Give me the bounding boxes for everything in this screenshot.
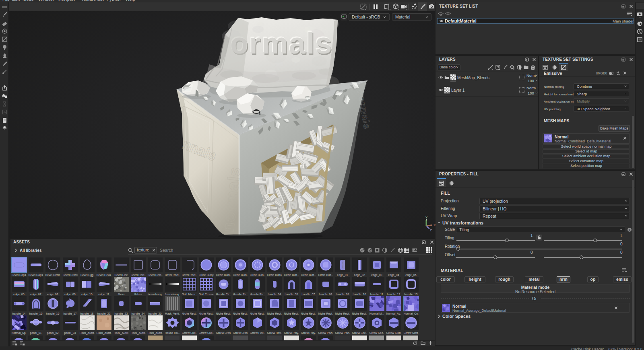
svg-text:Z: Z: [430, 229, 432, 232]
svg-text:i: i: [629, 228, 630, 232]
svg-text:Y: Y: [425, 216, 428, 219]
